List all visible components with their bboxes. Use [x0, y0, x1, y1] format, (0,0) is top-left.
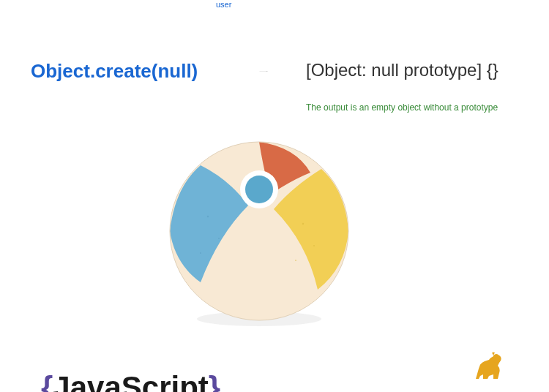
brace-open: { — [41, 370, 53, 392]
svg-point-8 — [302, 223, 304, 225]
svg-point-12 — [245, 176, 273, 203]
footer-text: JavaScript — [53, 370, 208, 392]
svg-point-10 — [295, 260, 296, 261]
svg-point-6 — [218, 238, 220, 239]
svg-point-7 — [200, 252, 201, 254]
svg-point-5 — [207, 216, 209, 217]
result-expression: [Object: null prototype] {} — [306, 60, 498, 80]
beachball-illustration — [164, 136, 354, 326]
brace-close: } — [209, 370, 220, 392]
svg-point-14 — [493, 354, 500, 363]
svg-point-9 — [313, 245, 315, 246]
output-caption: The output is an empty object without a … — [306, 102, 498, 113]
footer-logo: {JavaScript} — [41, 370, 220, 392]
code-expression: Object.create(null) — [31, 60, 198, 83]
arrow-icon — [223, 71, 304, 72]
svg-marker-1 — [267, 71, 268, 72]
sphinx-icon — [470, 348, 507, 385]
top-user-label: user — [216, 0, 231, 9]
